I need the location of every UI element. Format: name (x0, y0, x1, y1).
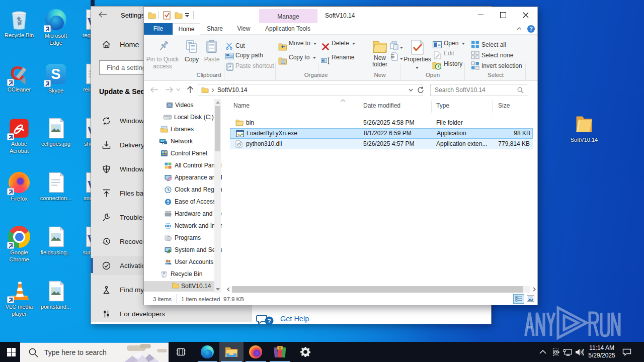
svg-text:?: ? (267, 318, 271, 325)
